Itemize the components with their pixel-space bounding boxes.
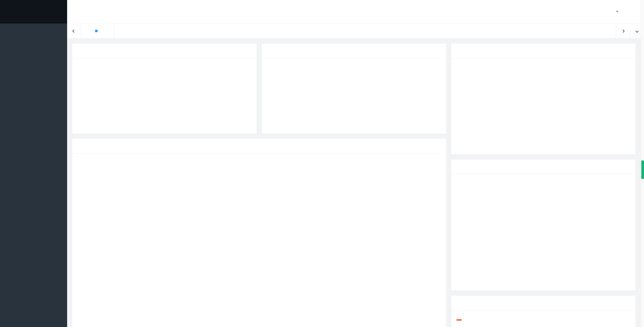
main-area	[67, 0, 644, 327]
tab-bar	[67, 24, 644, 39]
sidebar-menu	[0, 24, 67, 26]
stats-grid	[72, 58, 257, 67]
announcement-card-header	[451, 44, 636, 58]
quick-card-header	[262, 44, 446, 58]
version-card	[451, 160, 636, 291]
author-body	[451, 311, 636, 327]
sidebar	[0, 0, 67, 327]
refresh-button[interactable]	[564, 0, 579, 23]
more-menu-button[interactable]	[623, 0, 638, 23]
active-tab-dot	[95, 30, 98, 32]
caret-down-icon	[616, 11, 618, 12]
header-actions	[564, 0, 644, 23]
quick-entry-grid	[262, 58, 446, 67]
content-area	[67, 39, 644, 327]
stats-card-header	[72, 44, 257, 58]
top-cards-row	[72, 44, 446, 134]
app-window	[0, 0, 644, 327]
stats-card	[72, 44, 257, 134]
scrollbar-thumb[interactable]	[641, 160, 644, 179]
menu-collapse-button[interactable]	[67, 0, 87, 23]
line-chart	[78, 167, 441, 325]
announcement-list	[451, 58, 636, 60]
author-badge-row	[456, 315, 631, 324]
author-card-header	[451, 296, 636, 311]
quick-entry-card	[262, 44, 446, 134]
logo[interactable]	[0, 0, 67, 24]
header	[67, 0, 644, 24]
tabs-empty-space	[114, 24, 616, 38]
scrollbar[interactable]	[641, 0, 644, 327]
layui-doc-badge[interactable]	[456, 319, 462, 321]
user-dropdown[interactable]	[609, 0, 623, 23]
chevron-left-icon	[72, 29, 76, 33]
author-card	[451, 296, 636, 327]
chart-card-header	[72, 139, 446, 154]
tabs-scroll-right-button[interactable]	[616, 24, 630, 38]
announcement-card	[451, 44, 636, 155]
chevron-right-icon	[622, 29, 625, 33]
chevron-down-icon	[636, 29, 639, 33]
chart-legend	[72, 158, 446, 165]
version-card-header	[451, 160, 636, 174]
author-line2	[456, 324, 631, 327]
tabs-scroll-left-button[interactable]	[67, 24, 81, 38]
tab-home[interactable]	[81, 24, 114, 38]
version-body	[451, 174, 636, 185]
content-right-column	[451, 44, 636, 322]
clear-cache-button[interactable]	[579, 0, 594, 23]
content-left-column	[72, 44, 446, 322]
report-chart-card	[72, 139, 446, 327]
fullscreen-button[interactable]	[594, 0, 609, 23]
